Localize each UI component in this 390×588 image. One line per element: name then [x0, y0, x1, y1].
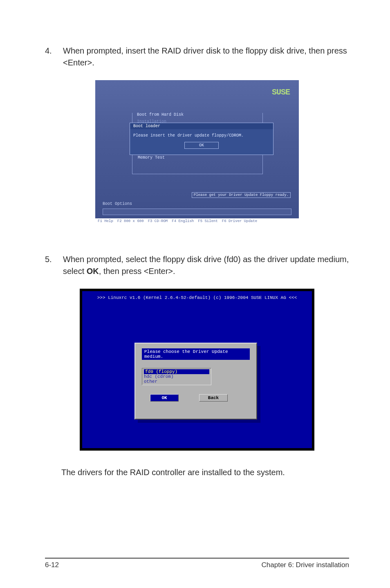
ok-button[interactable]: OK	[150, 394, 179, 402]
step-text: When prompted, insert the RAID driver di…	[63, 45, 349, 69]
suse-logo: SUSE	[272, 88, 290, 97]
step-number: 5.	[45, 254, 63, 277]
page-number: 6-12	[45, 561, 59, 569]
boot-options-label: Boot Options	[103, 202, 132, 206]
driver-medium-list[interactable]: fd0 (floppy) hdc (cdrom) other	[142, 368, 211, 385]
step-text: When prompted, select the floppy disk dr…	[63, 254, 349, 277]
ok-bold: OK	[87, 267, 99, 276]
boot-options-input[interactable]	[103, 209, 291, 215]
step-4: 4. When prompted, insert the RAID driver…	[45, 45, 349, 69]
boot-loader-modal: Boot loader Please insert the driver upd…	[130, 123, 273, 155]
step-number: 4.	[45, 45, 63, 69]
floppy-ready-notice: Please get your Driver Update Floppy rea…	[192, 192, 291, 198]
f6-driver-update[interactable]: F6 Driver Update	[222, 219, 257, 224]
result-text: The drivers for the RAID controller are …	[61, 468, 349, 477]
step-5: 5. When prompted, select the floppy disk…	[45, 254, 349, 277]
f5-silent[interactable]: F5 Silent	[198, 219, 218, 224]
function-key-bar: F1 Help F2 800 x 600 F3 CD-ROM F4 Englis…	[95, 218, 299, 225]
dialog-title: Please choose the Driver Update medium.	[142, 348, 250, 360]
f4-language[interactable]: F4 English	[172, 219, 194, 224]
page-footer: 6-12 Chapter 6: Driver installation	[45, 558, 349, 569]
boot-item-memory-test[interactable]: Memory Test	[138, 155, 165, 160]
list-item-other[interactable]: other	[144, 379, 209, 384]
modal-title: Boot loader	[130, 123, 273, 129]
ok-button[interactable]: OK	[184, 142, 219, 149]
back-button[interactable]: Back	[199, 394, 228, 402]
list-item-fd0[interactable]: fd0 (floppy)	[144, 369, 209, 374]
f1-help[interactable]: F1 Help	[98, 219, 113, 224]
driver-update-dialog: Please choose the Driver Update medium. …	[134, 343, 257, 420]
chapter-title: Chapter 6: Driver installation	[262, 561, 349, 569]
list-item-hdc[interactable]: hdc (cdrom)	[144, 374, 209, 379]
step-text-after: , then press <Enter>.	[99, 267, 175, 276]
screenshot-boot-loader: SUSE Boot from Hard Disk Installation Bo…	[95, 80, 299, 225]
screenshot-linuxrc: >>> Linuxrc v1.6 (Kernel 2.6.4-52-defaul…	[80, 289, 314, 451]
f2-resolution[interactable]: F2 800 x 600	[117, 219, 144, 224]
modal-text: Please insert the driver update floppy/C…	[133, 133, 270, 138]
linuxrc-title: >>> Linuxrc v1.6 (Kernel 2.6.4-52-defaul…	[82, 295, 312, 300]
f3-cdrom[interactable]: F3 CD-ROM	[148, 219, 168, 224]
